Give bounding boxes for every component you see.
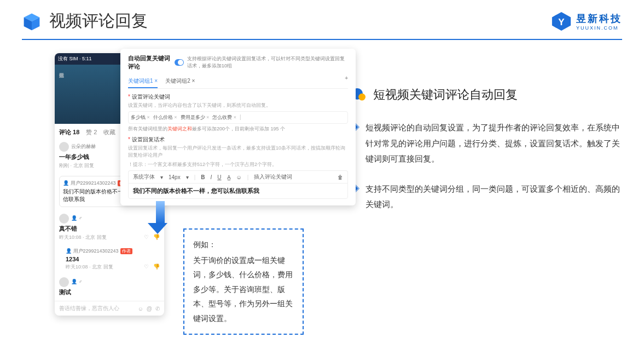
comment-4: 👤 ♂ 测试: [55, 274, 164, 301]
logo-cn: 昱新科技: [576, 12, 622, 25]
font-select[interactable]: 系统字体: [133, 173, 155, 181]
italic-icon[interactable]: I: [211, 174, 212, 180]
logo-mark-icon: Y: [551, 11, 572, 32]
brand-logo: Y 昱新科技 YUUXIN.COM: [551, 11, 622, 32]
cube-icon: [22, 12, 42, 31]
size-select[interactable]: 14px: [169, 174, 181, 180]
example-callout: 例如： 关于询价的设置成一组关键词，多少钱、什么价格，费用多少等。关于咨询班型、…: [183, 228, 304, 335]
tab-comments[interactable]: 评论 18: [59, 128, 79, 136]
chip[interactable]: 费用是多少: [181, 114, 210, 121]
arrow-down-icon: [153, 201, 167, 234]
section-title: 短视频关键词评论自动回复: [350, 86, 622, 104]
keyword-label: 设置评论关键词: [128, 93, 348, 101]
bold-icon[interactable]: B: [201, 174, 205, 180]
panel-title: 自动回复关键词评论: [128, 54, 171, 71]
chip[interactable]: 多少钱: [131, 114, 150, 121]
svg-point-6: [358, 94, 365, 101]
delete-icon[interactable]: 🗑: [338, 174, 343, 180]
richtext-area[interactable]: 我们不同的版本价格不一样，您可以私信联系我: [128, 183, 348, 199]
emoji-icon[interactable]: ☺: [138, 306, 143, 312]
phone-input-bar: 善语结善缘，恶言伤人心 ☺ @ ✆: [55, 301, 164, 316]
chip[interactable]: 怎么收费: [212, 114, 236, 121]
char-limit-tip: ！提示：一个富文本框最多支持512个字符，一个汉字占用2个字符。: [128, 161, 348, 168]
comment-input[interactable]: 善语结善缘，恶言伤人心: [59, 305, 135, 312]
logo-en: YUUXIN.COM: [576, 25, 622, 31]
chip[interactable]: 什么价格: [153, 114, 177, 121]
reply-label: 设置回复话术: [128, 136, 348, 144]
auto-reply-toggle[interactable]: [175, 59, 184, 66]
bullet-1: 短视频评论的自动回复设置，为了提升作者的评论回复效率，在系统中针对常见的评论用户…: [350, 120, 622, 167]
send-icon[interactable]: ✆: [155, 306, 160, 312]
page-title: 视频评论回复: [49, 10, 148, 32]
kw-tab-2[interactable]: 关键词组2 ×: [165, 75, 195, 88]
svg-text:Y: Y: [558, 17, 565, 27]
keyword-chips[interactable]: 多少钱 什么价格 费用是多少 怎么收费 |: [128, 111, 348, 124]
tab-fav[interactable]: 收藏: [103, 128, 115, 136]
keyword-quota: 所有关键词组里的关键词之和最多可添加200个，目前剩余可添加 195 个: [128, 125, 348, 133]
panel-desc: 支持根据评论的关键词设置回复话术，可以针对不同类型关键词设置回复话术，最多添加1…: [187, 55, 348, 70]
at-icon[interactable]: @: [147, 306, 152, 312]
underline-icon[interactable]: U: [217, 174, 221, 180]
example-lead: 例如：: [193, 237, 294, 252]
tab-likes[interactable]: 赞 2: [86, 128, 97, 136]
page-header: 视频评论回复: [0, 0, 644, 37]
color-icon[interactable]: A̲: [227, 174, 231, 180]
settings-panel: 自动回复关键词评论 支持根据评论的关键词设置回复话术，可以针对不同类型关键词设置…: [120, 49, 356, 205]
add-tab-icon[interactable]: +: [345, 75, 348, 88]
bullet-2: 支持不同类型的关键词分组，同一类问题，可设置多个相近的、高频的关键词。: [350, 181, 622, 213]
insert-keyword-button[interactable]: 插入评论关键词: [254, 173, 292, 181]
keyword-group-tabs: 关键词组1 × 关键词组2 × +: [128, 75, 348, 89]
emoji2-icon[interactable]: ☺: [236, 174, 242, 180]
example-body: 关于询价的设置成一组关键词，多少钱、什么价格，费用多少等。关于咨询班型、版本、型…: [193, 253, 294, 326]
comment-3: 👤 用户2299214302243作者 1234 昨天10:08 · 北京 回复…: [55, 244, 164, 274]
richtext-toolbar: 系统字体▾ 14px▾ | B I U A̲ ☺ | 插入评论关键词 🗑: [128, 170, 348, 183]
kw-tab-1[interactable]: 关键词组1 ×: [128, 75, 158, 88]
